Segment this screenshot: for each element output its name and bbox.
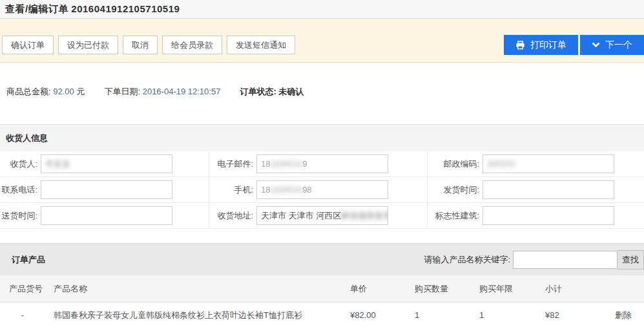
order-status-badge: 未确认 <box>278 87 304 96</box>
order-summary: 商品总金额: 92.00 元 下单日期: 2016-04-19 12:10:57… <box>0 63 644 124</box>
col-name: 产品名称 <box>45 283 342 295</box>
product-search-input[interactable] <box>513 251 618 269</box>
toolbar-right-group: 打印订单 下一个 <box>502 35 644 55</box>
member-payment-button[interactable]: 给会员录款 <box>162 36 222 54</box>
product-search-label: 请输入产品名称关键字: <box>424 254 510 266</box>
field-delivery-time: 送货时间: <box>0 203 209 229</box>
col-subtotal: 小计 <box>537 283 594 295</box>
product-qty: 1 <box>407 310 472 320</box>
consignee-section-title: 收货人信息 <box>6 133 48 144</box>
cancel-button[interactable]: 取消 <box>123 36 158 54</box>
send-sms-button[interactable]: 发送短信通知 <box>227 36 295 54</box>
col-years: 购买年限 <box>472 283 537 295</box>
col-sku: 产品货号 <box>0 283 45 295</box>
order-date-value: 2016-04-19 12:10:57 <box>143 87 221 96</box>
receiver-input[interactable]: 李某某 <box>41 154 172 173</box>
landmark-input[interactable] <box>483 206 614 225</box>
field-mobile: 手机: 18115001098 <box>209 177 428 203</box>
address-input[interactable]: 天津市 天津市 河西区解放南路某里现7 <box>256 206 388 225</box>
products-section-title: 订单产品 <box>12 254 45 266</box>
product-subtotal: ¥82 <box>537 310 594 320</box>
order-status: 订单状态: 未确认 <box>240 86 304 124</box>
field-receiver: 收货人: 李某某 <box>0 151 209 177</box>
products-table-header: 产品货号 产品名称 单价 购买数量 购买年限 小计 <box>0 275 644 302</box>
delete-product-link[interactable]: 删除 <box>615 310 632 320</box>
product-sku: - <box>0 310 45 320</box>
page-title: 查看/编辑订单 2016041912105710519 <box>5 3 180 16</box>
contact-phone-input[interactable] <box>41 180 172 199</box>
delivery-time-input[interactable] <box>41 206 172 225</box>
confirm-order-button[interactable]: 确认订单 <box>2 36 54 54</box>
mark-paid-button[interactable]: 设为已付款 <box>58 36 118 54</box>
col-price: 单价 <box>342 283 407 295</box>
chevron-down-icon <box>592 42 600 48</box>
product-name: 韩国春秋亲子装母女儿童韩版纯棉条纹衫上衣荷叶边长袖T恤打底衫 <box>45 310 342 321</box>
field-ship-time: 发货时间: <box>428 177 644 203</box>
consignee-section-header: 收货人信息 <box>0 124 644 151</box>
print-order-button[interactable]: 打印订单 <box>504 35 578 55</box>
toolbar: 确认订单 设为已付款 取消 给会员录款 发送短信通知 打印订单 下一个 <box>0 19 644 63</box>
ship-time-input[interactable] <box>483 180 614 199</box>
field-address: 收货地址: 天津市 天津市 河西区解放南路某里现7 <box>209 203 428 229</box>
product-search: 请输入产品名称关键字: 查找 <box>424 250 644 270</box>
field-zipcode: 邮政编码: 300202 <box>428 151 644 177</box>
order-total-value: 92.00 <box>53 87 74 96</box>
order-date: 下单日期: 2016-04-19 12:10:57 <box>104 86 220 124</box>
field-landmark: 标志性建筑: <box>428 203 644 229</box>
print-order-label: 打印订单 <box>530 39 566 51</box>
email-input[interactable]: 1811500109 <box>256 154 388 173</box>
section-gap <box>0 230 644 243</box>
mobile-input[interactable]: 18115001098 <box>256 180 388 199</box>
col-qty: 购买数量 <box>407 283 472 295</box>
product-search-button[interactable]: 查找 <box>618 250 644 270</box>
next-order-label: 下一个 <box>605 39 632 51</box>
products-section-header: 订单产品 请输入产品名称关键字: 查找 <box>0 243 644 275</box>
field-contact-phone: 联系电话: <box>0 177 209 203</box>
product-row: - 韩国春秋亲子装母女儿童韩版纯棉条纹衫上衣荷叶边长袖T恤打底衫 ¥82.00 … <box>0 302 644 328</box>
next-order-button[interactable]: 下一个 <box>580 35 644 55</box>
product-years: 1 <box>472 310 537 320</box>
field-email: 电子邮件: 1811500109 <box>209 151 428 177</box>
printer-icon <box>515 41 525 50</box>
page-header: 查看/编辑订单 2016041912105710519 <box>0 0 644 19</box>
consignee-form: 收货人: 李某某 电子邮件: 1811500109 邮政编码: 300202 联… <box>0 151 644 230</box>
zipcode-input[interactable]: 300202 <box>483 154 614 173</box>
product-price: ¥82.00 <box>342 310 407 320</box>
order-total: 商品总金额: 92.00 元 <box>6 86 85 124</box>
